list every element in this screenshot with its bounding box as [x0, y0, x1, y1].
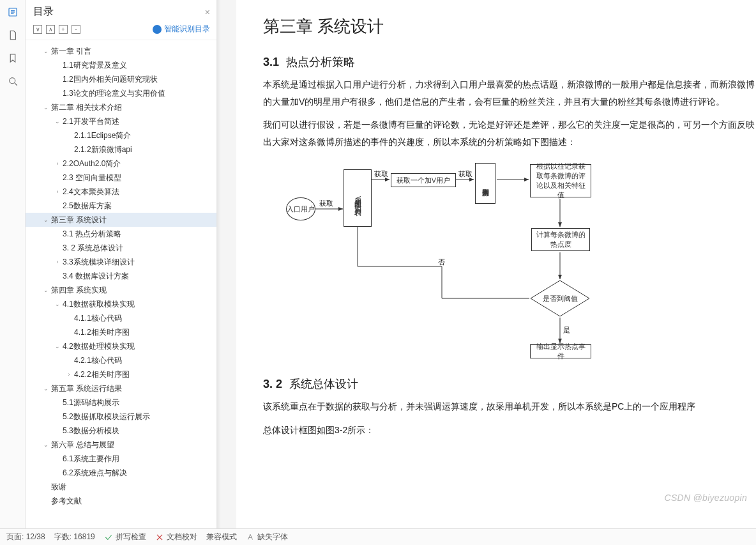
outline-item[interactable]: ·3.1 热点分析策略 [26, 227, 216, 241]
svg-line-5 [15, 83, 17, 86]
outline-item[interactable]: ·2.3 空间向量模型 [26, 171, 216, 185]
outline-item-label: 2.4文本聚类算法 [63, 186, 119, 197]
expand-all-button[interactable]: ∧ [46, 25, 55, 34]
check-icon [104, 533, 113, 542]
paragraph: 本系统是通过根据入口用户进行分析，力求得到入口用户最喜爱的热点话题，新浪微博的一… [263, 76, 756, 110]
collapse-all-button[interactable]: ∨ [33, 25, 42, 34]
chevron-down-icon[interactable]: ⌄ [54, 118, 61, 125]
outline-item[interactable]: ·5.2数据抓取模块运行展示 [26, 410, 216, 424]
outline-item[interactable]: ·1.3论文的理论意义与实用价值 [26, 86, 216, 100]
outline-item[interactable]: ›4.2.2相关时序图 [26, 367, 216, 381]
outline-item[interactable]: ⌄4.1数据获取模块实现 [26, 297, 216, 311]
outline-item[interactable]: ·参考文献 [26, 494, 216, 508]
edge-label: 获取 [458, 169, 472, 179]
outline-item[interactable]: ⌄第五章 系统运行结果 [26, 381, 216, 395]
chevron-right-icon[interactable]: › [54, 258, 61, 266]
outline-item-label: 第四章 系统实现 [51, 284, 107, 296]
status-bar: 页面: 12/38 字数: 16819 拼写检查 文档校对 兼容模式 缺失字体 [0, 528, 756, 545]
chevron-down-icon[interactable]: ⌄ [42, 286, 50, 294]
status-words[interactable]: 字数: 16819 [54, 532, 95, 542]
chevron-down-icon[interactable]: ⌄ [42, 216, 50, 224]
outline-item[interactable]: ·致谢 [26, 480, 216, 494]
edge-label: 获取 [319, 199, 333, 208]
outline-item[interactable]: ·6.2系统难点与解决 [26, 466, 216, 480]
chevron-down-icon[interactable]: ⌄ [42, 104, 50, 111]
outline-item-label: 6.1系统主要作用 [63, 453, 119, 464]
search-icon[interactable] [7, 75, 19, 87]
outline-item[interactable]: ⌄4.2数据处理模块实现 [26, 339, 216, 353]
chevron-down-icon[interactable]: ⌄ [42, 385, 50, 392]
outline-item-label: 4.1数据获取模块实现 [63, 298, 135, 310]
outline-item[interactable]: ·4.2.1核心代码 [26, 353, 216, 367]
outline-item-label: 第五章 系统运行结果 [51, 383, 122, 394]
outline-item-label: 第二章 相关技术介绍 [51, 102, 122, 113]
outline-item[interactable]: ·5.3数据分析模块 [26, 424, 216, 438]
outline-item-label: 致谢 [51, 481, 66, 493]
outline-item-label: 参考文献 [51, 495, 82, 507]
outline-item[interactable]: ·2.5数据库方案 [26, 199, 216, 213]
page-icon[interactable] [7, 29, 19, 41]
outline-item[interactable]: ⌄第三章 系统设计 [26, 213, 216, 227]
chevron-down-icon[interactable]: ⌄ [54, 342, 61, 350]
outline-item[interactable]: ·5.1源码结构展示 [26, 395, 216, 410]
outline-item-label: 4.2.1核心代码 [74, 355, 122, 366]
flow-features: 根据以往记录获取每条微博的评论以及相关特征值 [530, 164, 591, 197]
svg-point-4 [9, 78, 15, 84]
chevron-down-icon[interactable]: ⌄ [54, 300, 61, 308]
status-compat[interactable]: 兼容模式 [206, 532, 237, 542]
outline-icon[interactable] [7, 6, 19, 18]
chevron-down-icon[interactable]: ⌄ [42, 47, 50, 55]
add-level-button[interactable]: + [59, 25, 68, 34]
x-icon [155, 533, 164, 542]
close-icon[interactable]: × [205, 7, 210, 17]
outline-item-label: 4.1.2相关时序图 [74, 326, 130, 338]
page: 第三章 系统设计 3.1 热点分析策略 本系统是通过根据入口用户进行分析，力求得… [236, 0, 756, 528]
edge-label-yes: 是 [563, 325, 570, 335]
font-icon [246, 533, 255, 542]
edge-label-no: 否 [438, 257, 445, 267]
bookmark-icon[interactable] [7, 52, 19, 64]
chevron-right-icon[interactable]: › [54, 188, 61, 196]
remove-level-button[interactable]: - [72, 25, 80, 34]
outline-item[interactable]: ·1.1研究背景及意义 [26, 58, 216, 72]
status-proofread[interactable]: 文档校对 [155, 532, 197, 542]
smart-orb-icon [153, 25, 162, 34]
outline-item[interactable]: ›2.4文本聚类算法 [26, 185, 216, 199]
outline-item[interactable]: ⌄第一章 引言 [26, 44, 216, 58]
outline-item[interactable]: ·3. 2 系统总体设计 [26, 241, 216, 255]
outline-item-label: 5.3数据分析模块 [63, 425, 119, 436]
status-spellcheck[interactable]: 拼写检查 [104, 532, 146, 542]
status-page[interactable]: 页面: 12/38 [6, 532, 45, 542]
outline-item[interactable]: ›3.3系统模块详细设计 [26, 255, 216, 269]
document-viewport[interactable]: 第三章 系统设计 3.1 热点分析策略 本系统是通过根据入口用户进行分析，力求得… [217, 0, 756, 528]
paragraph: 我们可以进行假设，若是一条微博有巨量的评论数，无论是好评还是差评，那么它的关注度… [263, 116, 756, 150]
outline-item-label: 2.5数据库方案 [63, 200, 112, 211]
smart-outline-button[interactable]: 智能识别目录 [153, 24, 210, 35]
smart-outline-label: 智能识别目录 [164, 24, 210, 35]
outline-item[interactable]: ·2.1.2新浪微博api [26, 142, 216, 157]
status-fonts[interactable]: 缺失字体 [246, 532, 288, 542]
outline-item[interactable]: ⌄第四章 系统实现 [26, 283, 216, 297]
outline-item[interactable]: ·2.1.1Eclipse简介 [26, 128, 216, 142]
chevron-right-icon[interactable]: › [65, 371, 73, 378]
outline-item-label: 1.1研究背景及意义 [63, 59, 127, 71]
outline-item[interactable]: ⌄第二章 相关技术介绍 [26, 100, 216, 114]
chevron-right-icon[interactable]: › [54, 160, 61, 167]
outline-item[interactable]: ⌄2.1开发平台简述 [26, 114, 216, 128]
outline-item[interactable]: ·4.1.2相关时序图 [26, 325, 216, 339]
outline-item-label: 2.1.1Eclipse简介 [74, 130, 131, 141]
watermark: CSDN @biyezuopin [664, 493, 747, 503]
outline-item-label: 2.2OAuth2.0简介 [63, 158, 121, 169]
outline-item[interactable]: ⌄第六章 总结与展望 [26, 438, 216, 452]
chevron-down-icon[interactable]: ⌄ [42, 441, 50, 449]
outline-tree[interactable]: ⌄第一章 引言·1.1研究背景及意义·1.2国内外相关问题研究现状·1.3论文的… [26, 40, 216, 528]
outline-item[interactable]: ·1.2国内外相关问题研究现状 [26, 72, 216, 86]
outline-item-label: 第三章 系统设计 [51, 214, 107, 226]
outline-item-label: 4.2.2相关时序图 [74, 369, 130, 380]
outline-item[interactable]: ›2.2OAuth2.0简介 [26, 157, 216, 171]
outline-item[interactable]: ·4.1.1核心代码 [26, 311, 216, 325]
outline-item-label: 3. 2 系统总体设计 [63, 242, 123, 254]
outline-item[interactable]: ·6.1系统主要作用 [26, 452, 216, 466]
flow-weibo-list: 用户微博列表 [475, 163, 495, 204]
outline-item[interactable]: ·3.4 数据库设计方案 [26, 269, 216, 283]
